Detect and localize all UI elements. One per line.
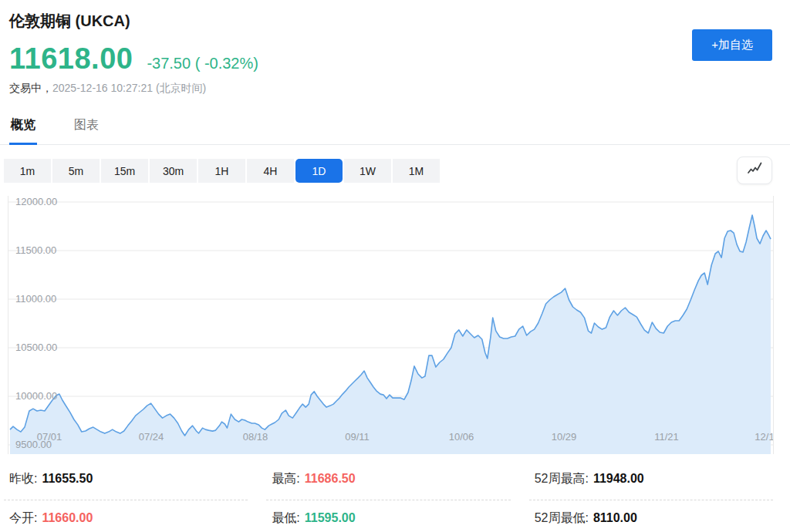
quote-timestamp: 2025-12-16 10:27:21 (北京时间) bbox=[52, 82, 206, 94]
stat-value: 11660.00 bbox=[42, 511, 93, 524]
timeframe-1m-month[interactable]: 1M bbox=[393, 159, 440, 183]
timeframe-15m[interactable]: 15m bbox=[101, 159, 148, 183]
stat-value: 11686.50 bbox=[305, 472, 356, 485]
stat-label: 52周最低: bbox=[535, 511, 589, 524]
chart-toolbar: 1m 5m 15m 30m 1H 4H 1D 1W 1M bbox=[4, 157, 772, 184]
price-chart[interactable]: 12000.0011500.0011000.0010500.0010000.00… bbox=[8, 196, 774, 454]
timeframe-4h[interactable]: 4H bbox=[247, 159, 294, 183]
y-axis-tick: 10500.00 bbox=[15, 342, 57, 354]
x-axis-tick: 07/24 bbox=[134, 431, 168, 443]
x-axis-tick: 07/01 bbox=[32, 431, 66, 443]
x-axis-tick: 10/29 bbox=[547, 431, 581, 443]
stat-label: 最低: bbox=[272, 511, 299, 524]
instrument-header: 伦敦期铜 (UKCA) 11618.00 -37.50 ( -0.32%) 交易… bbox=[0, 0, 790, 96]
timeframe-30m[interactable]: 30m bbox=[150, 159, 197, 183]
stat-label: 最高: bbox=[272, 472, 299, 485]
market-status: 交易中，2025-12-16 10:27:21 (北京时间) bbox=[9, 82, 772, 96]
stat-value: 8110.00 bbox=[593, 511, 637, 524]
stat-item: 52周最低:8110.00 bbox=[529, 507, 773, 532]
area-chart-canvas bbox=[8, 196, 773, 454]
add-watchlist-button[interactable]: +加自选 bbox=[692, 29, 772, 61]
chart-type-button[interactable] bbox=[737, 157, 772, 184]
stat-label: 今开: bbox=[9, 511, 37, 524]
stat-item: 52周最高:11948.00 bbox=[529, 468, 773, 500]
timeframe-group: 1m 5m 15m 30m 1H 4H 1D 1W 1M bbox=[4, 157, 772, 183]
view-tabs: 概览 图表 bbox=[0, 113, 790, 145]
instrument-title: 伦敦期铜 (UKCA) bbox=[9, 11, 772, 32]
x-axis-tick: 10/06 bbox=[444, 431, 478, 443]
quote-stats: 昨收:11655.50最高:11686.5052周最高:11948.00今开:1… bbox=[4, 468, 773, 532]
stat-value: 11595.00 bbox=[305, 511, 356, 524]
stat-value: 11655.50 bbox=[42, 472, 93, 485]
tab-overview[interactable]: 概览 bbox=[9, 113, 37, 145]
trend-line-icon bbox=[745, 160, 764, 181]
tab-chart[interactable]: 图表 bbox=[73, 113, 100, 144]
stat-label: 昨收: bbox=[9, 472, 37, 485]
x-axis-tick: 12/1 bbox=[748, 431, 774, 443]
stat-value: 11948.00 bbox=[593, 472, 644, 485]
stat-item: 昨收:11655.50 bbox=[4, 468, 248, 500]
price-row: 11618.00 -37.50 ( -0.32%) bbox=[9, 42, 772, 76]
timeframe-1d[interactable]: 1D bbox=[295, 159, 343, 183]
x-axis-tick: 11/21 bbox=[650, 431, 684, 443]
y-axis-tick: 10000.00 bbox=[15, 390, 57, 402]
y-axis-tick: 11500.00 bbox=[15, 244, 56, 257]
y-axis-tick: 11000.00 bbox=[15, 293, 56, 305]
timeframe-5m[interactable]: 5m bbox=[52, 159, 100, 183]
timeframe-1m[interactable]: 1m bbox=[4, 159, 51, 183]
trading-state: 交易中， bbox=[9, 82, 52, 94]
stat-item: 最高:11686.50 bbox=[266, 468, 510, 500]
price-change: -37.50 ( -0.32%) bbox=[147, 55, 258, 72]
x-axis-tick: 08/18 bbox=[238, 431, 272, 443]
last-price: 11618.00 bbox=[9, 42, 133, 76]
timeframe-1w[interactable]: 1W bbox=[344, 159, 391, 183]
stat-item: 最低:11595.00 bbox=[266, 507, 510, 532]
y-axis-tick: 12000.00 bbox=[15, 196, 57, 208]
x-axis-tick: 09/11 bbox=[340, 431, 374, 443]
stat-label: 52周最高: bbox=[535, 472, 589, 485]
stat-item: 今开:11660.00 bbox=[4, 507, 248, 532]
timeframe-1h[interactable]: 1H bbox=[198, 159, 245, 183]
